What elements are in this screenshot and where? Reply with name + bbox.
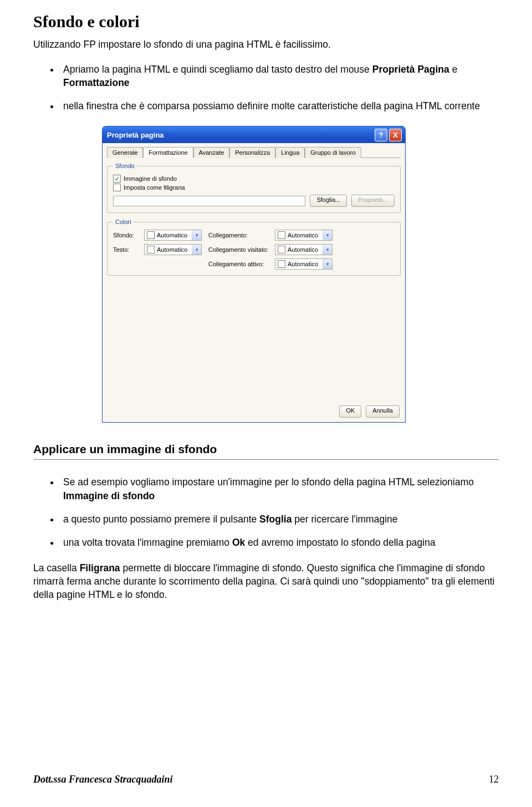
chevron-down-icon: ▾ (323, 245, 332, 255)
subheading: Applicare un immagine di sfondo (33, 443, 499, 456)
dialog-screenshot: Proprietà pagina ? X Generale Formattazi… (102, 126, 499, 423)
list-item: una volta trovata l'immagine premiamo Ok… (60, 536, 499, 549)
cancel-button[interactable]: Annulla (366, 405, 400, 418)
checkbox-filigrana[interactable] (113, 184, 121, 191)
label-collegamento-attivo: Collegamento attivo: (208, 261, 275, 267)
sfondo-legend: Sfondo (113, 163, 137, 169)
dialog-titlebar[interactable]: Proprietà pagina ? X (103, 126, 405, 143)
mid-bullet-list: Se ad esempio vogliamo impostare un'imma… (44, 475, 499, 549)
ok-button[interactable]: OK (339, 405, 361, 418)
tab-personalizza[interactable]: Personalizza (229, 147, 275, 158)
close-icon[interactable]: X (389, 129, 402, 141)
swatch-icon (147, 231, 155, 239)
swatch-icon (278, 231, 285, 239)
page-footer: Dott.ssa Francesca Stracquadaini 12 (0, 774, 532, 796)
swatch-icon (278, 260, 285, 268)
tab-generale[interactable]: Generale (107, 147, 143, 158)
chevron-down-icon: ▾ (192, 230, 201, 240)
swatch-icon (147, 246, 155, 253)
list-item: Se ad esempio vogliamo impostare un'imma… (60, 475, 499, 502)
tab-formattazione[interactable]: Formattazione (143, 147, 193, 158)
tab-gruppo[interactable]: Gruppo di lavoro (305, 147, 361, 158)
colori-fieldset: Colori Sfondo: Automatico ▾ Collegamento… (107, 219, 401, 276)
browse-button[interactable]: Sfoglia... (310, 195, 347, 207)
combo-sfondo[interactable]: Automatico ▾ (144, 230, 202, 241)
chevron-down-icon: ▾ (323, 259, 332, 269)
properties-button: Proprietà... (351, 195, 395, 207)
checkbox-label: Imposta come filigrana (124, 184, 185, 191)
page-title: Sfondo e colori (33, 12, 499, 31)
combo-coll-attivo[interactable]: Automatico ▾ (275, 258, 332, 270)
combo-coll-visitato[interactable]: Automatico ▾ (275, 244, 332, 255)
swatch-icon (278, 246, 285, 253)
checkbox-label: Immagine di sfondo (124, 175, 177, 182)
list-item: nella finestra che è comparsa possiamo d… (60, 99, 499, 113)
combo-collegamento[interactable]: Automatico ▾ (275, 230, 332, 241)
label-collegamento: Collegamento: (208, 232, 275, 238)
top-bullet-list: Apriamo la pagina HTML e quindi scegliam… (44, 63, 499, 113)
label-testo: Testo: (113, 246, 144, 253)
tab-lingua[interactable]: Lingua (275, 147, 305, 158)
tab-avanzate[interactable]: Avanzate (193, 147, 230, 158)
label-collegamento-visitato: Collegamento visitato: (208, 246, 275, 253)
colori-legend: Colori (113, 219, 134, 225)
background-path-input[interactable] (113, 196, 305, 206)
sfondo-fieldset: Sfondo ✓ Immagine di sfondo Imposta come… (107, 163, 401, 213)
help-icon[interactable]: ? (375, 129, 387, 141)
list-item: Apriamo la pagina HTML e quindi scegliam… (60, 63, 499, 89)
dialog-title: Proprietà pagina (107, 131, 373, 139)
combo-testo[interactable]: Automatico ▾ (144, 244, 202, 255)
divider (33, 459, 499, 460)
footer-author: Dott.ssa Francesca Stracquadaini (33, 774, 173, 785)
checkbox-immagine-sfondo[interactable]: ✓ (113, 175, 121, 182)
page-number: 12 (489, 774, 499, 785)
tab-strip: Generale Formattazione Avanzate Personal… (107, 146, 401, 158)
chevron-down-icon: ▾ (192, 245, 201, 255)
intro-text: Utilizzando FP impostare lo sfondo di un… (33, 39, 499, 50)
label-sfondo: Sfondo: (113, 232, 144, 238)
list-item: a questo punto possiamo premere il pulsa… (60, 512, 499, 526)
paragraph-filigrana: La casella Filigrana permette di bloccar… (33, 561, 499, 601)
chevron-down-icon: ▾ (323, 230, 332, 240)
